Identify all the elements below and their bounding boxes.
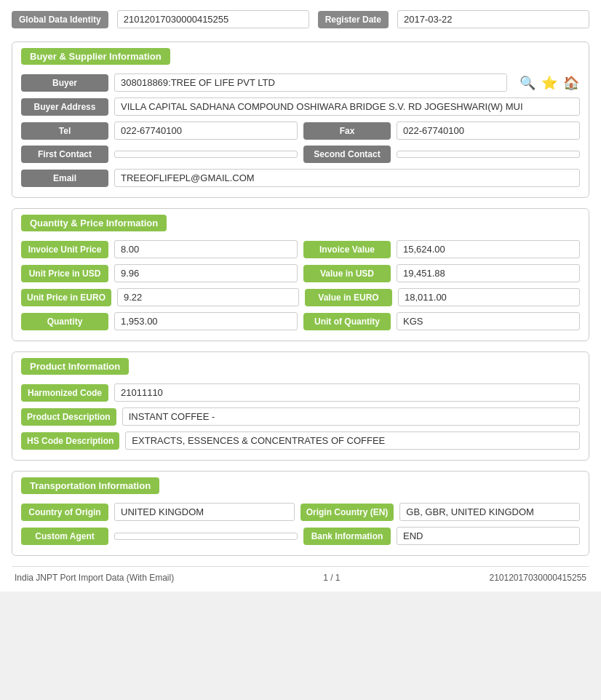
product-desc-row: Product Description INSTANT COFFEE -: [21, 407, 580, 426]
global-data-bar: Global Data Identity 2101201703000041525…: [12, 6, 589, 33]
email-value: TREEOFLIFEPL@GMAIL.COM: [114, 169, 580, 187]
register-date-label: Register Date: [318, 11, 389, 28]
unit-price-euro-value: 9.22: [117, 288, 299, 306]
product-info-section: Product Information Harmonized Code 2101…: [12, 351, 589, 461]
harmonized-code-value: 21011110: [114, 383, 580, 402]
tel-value: 022-67740100: [114, 122, 298, 140]
euro-row: Unit Price in EURO 9.22 Value in EURO 18…: [21, 288, 580, 306]
buyer-supplier-section: Buyer & Supplier Information Buyer 30801…: [12, 41, 589, 198]
transport-info-section: Transportation Information Country of Or…: [12, 471, 589, 556]
email-label: Email: [21, 170, 108, 187]
first-contact-value: [114, 151, 298, 158]
footer-pagination: 1 / 1: [323, 573, 340, 583]
buyer-icons: 🔍 ⭐ 🏠: [519, 74, 580, 92]
usd-row: Unit Price in USD 9.96 Value in USD 19,4…: [21, 264, 580, 282]
second-contact-value: [397, 151, 580, 158]
custom-agent-label: Custom Agent: [21, 528, 108, 545]
global-data-identity-value: 21012017030000415255: [117, 10, 309, 28]
quantity-value: 1,953.00: [114, 312, 298, 330]
product-info-title: Product Information: [21, 358, 129, 375]
country-of-origin-label: Country of Origin: [21, 504, 108, 521]
unit-price-euro-label: Unit Price in EURO: [21, 289, 111, 306]
country-of-origin-value: UNITED KINGDOM: [114, 503, 295, 521]
first-contact-label: First Contact: [21, 146, 108, 163]
value-usd-label: Value in USD: [303, 265, 391, 282]
invoice-unit-price-label: Invoice Unit Price: [21, 241, 108, 258]
buyer-supplier-title: Buyer & Supplier Information: [21, 48, 170, 65]
second-contact-label: Second Contact: [303, 146, 391, 163]
value-euro-label: Value in EURO: [305, 289, 392, 306]
hs-code-desc-label: HS Code Description: [21, 432, 119, 450]
fax-label: Fax: [303, 122, 391, 140]
invoice-value-label: Invoice Value: [303, 241, 391, 258]
harmonized-code-row: Harmonized Code 21011110: [21, 383, 580, 402]
bank-info-label: Bank Information: [303, 528, 391, 545]
buyer-address-value: VILLA CAPITAL SADHANA COMPOUND OSHIWARA …: [114, 98, 580, 116]
contact-row: First Contact Second Contact: [21, 146, 580, 163]
value-euro-value: 18,011.00: [398, 288, 580, 306]
search-icon[interactable]: 🔍: [519, 74, 536, 92]
tel-label: Tel: [21, 122, 108, 140]
tel-fax-row: Tel 022-67740100 Fax 022-67740100: [21, 122, 580, 140]
quantity-price-section: Quantity & Price Information Invoice Uni…: [12, 208, 589, 341]
value-usd-value: 19,451.88: [397, 264, 580, 282]
register-date-value: 2017-03-22: [397, 10, 589, 28]
custom-bank-row: Custom Agent Bank Information END: [21, 527, 580, 545]
footer-source-label: India JNPT Port Import Data (With Email): [15, 573, 174, 583]
harmonized-code-label: Harmonized Code: [21, 384, 108, 402]
invoice-unit-price-value: 8.00: [114, 240, 298, 258]
origin-country-en-label: Origin Country (EN): [300, 504, 394, 521]
buyer-address-row: Buyer Address VILLA CAPITAL SADHANA COMP…: [21, 98, 580, 116]
footer-record-id: 21012017030000415255: [490, 573, 586, 583]
unit-price-usd-value: 9.96: [114, 264, 298, 282]
quantity-row: Quantity 1,953.00 Unit of Quantity KGS: [21, 312, 580, 330]
email-row: Email TREEOFLIFEPL@GMAIL.COM: [21, 169, 580, 187]
quantity-label: Quantity: [21, 313, 108, 330]
unit-price-usd-label: Unit Price in USD: [21, 265, 108, 282]
hs-code-desc-row: HS Code Description EXTRACTS, ESSENCES &…: [21, 431, 580, 450]
product-desc-value: INSTANT COFFEE -: [122, 407, 580, 426]
buyer-value: 308018869:TREE OF LIFE PVT LTD: [114, 73, 507, 92]
buyer-row: Buyer 308018869:TREE OF LIFE PVT LTD 🔍 ⭐…: [21, 73, 580, 92]
global-data-identity-label: Global Data Identity: [12, 11, 108, 28]
quantity-price-title: Quantity & Price Information: [21, 215, 167, 231]
star-icon[interactable]: ⭐: [541, 74, 558, 92]
invoice-value-value: 15,624.00: [397, 240, 580, 258]
bank-info-value: END: [397, 527, 580, 545]
unit-of-quantity-value: KGS: [397, 312, 580, 330]
buyer-address-label: Buyer Address: [21, 98, 108, 116]
hs-code-desc-value: EXTRACTS, ESSENCES & CONCENTRATES OF COF…: [125, 431, 580, 450]
product-desc-label: Product Description: [21, 408, 116, 426]
unit-of-quantity-label: Unit of Quantity: [303, 313, 391, 330]
fax-value: 022-67740100: [397, 122, 580, 140]
page-footer: India JNPT Port Import Data (With Email)…: [12, 566, 589, 586]
home-icon[interactable]: 🏠: [562, 74, 580, 92]
custom-agent-value: [114, 533, 298, 540]
transport-info-title: Transportation Information: [21, 477, 159, 494]
country-origin-row: Country of Origin UNITED KINGDOM Origin …: [21, 503, 580, 521]
origin-country-en-value: GB, GBR, UNITED KINGDOM: [399, 503, 580, 521]
invoice-price-row: Invoice Unit Price 8.00 Invoice Value 15…: [21, 240, 580, 258]
buyer-label: Buyer: [21, 74, 108, 92]
